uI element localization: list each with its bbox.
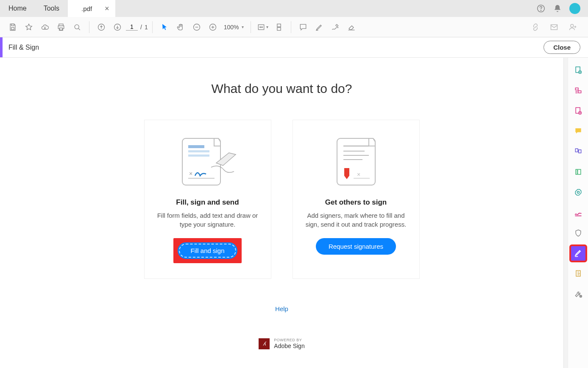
user-avatar[interactable] bbox=[569, 3, 580, 14]
svg-rect-3 bbox=[11, 27, 14, 29]
tab-bar: Home Tools .pdf × bbox=[0, 0, 588, 17]
tab-document[interactable]: .pdf × bbox=[68, 0, 115, 17]
powered-by: ʎ POWERED BY Adobe Sign bbox=[0, 338, 563, 350]
tools-rail bbox=[568, 58, 588, 368]
rail-combine-icon[interactable] bbox=[570, 82, 586, 98]
card-fill-title: Fill, sign and send bbox=[176, 198, 239, 207]
rail-edit-pdf-icon[interactable] bbox=[570, 103, 586, 119]
card-request-title: Get others to sign bbox=[325, 198, 387, 207]
request-sign-illustration: × bbox=[320, 131, 392, 191]
page-total: 1 bbox=[145, 24, 148, 31]
scrollbar[interactable] bbox=[563, 58, 568, 368]
rail-comment-icon[interactable] bbox=[570, 123, 586, 139]
page-separator: / bbox=[140, 24, 142, 31]
cloud-icon[interactable] bbox=[37, 20, 53, 35]
rail-redact-icon[interactable] bbox=[570, 184, 586, 200]
page-down-icon[interactable] bbox=[110, 20, 125, 35]
fill-sign-illustration: × bbox=[172, 131, 244, 191]
page-indicator: / 1 bbox=[126, 23, 148, 31]
erase-icon[interactable] bbox=[344, 20, 359, 35]
tool-accent-bar bbox=[0, 37, 3, 57]
svg-point-6 bbox=[75, 25, 79, 29]
save-icon[interactable] bbox=[5, 20, 20, 35]
highlight-fill-button: Fill and sign bbox=[173, 238, 241, 263]
svg-point-15 bbox=[571, 24, 574, 27]
add-person-icon[interactable] bbox=[565, 20, 580, 35]
tab-document-label: .pdf bbox=[81, 5, 92, 12]
card-fill-sign: × Fill, sign and send Fill form fields, … bbox=[144, 120, 271, 279]
tab-home[interactable]: Home bbox=[0, 0, 35, 17]
help-icon[interactable] bbox=[536, 4, 546, 13]
tab-tools[interactable]: Tools bbox=[35, 0, 68, 17]
fit-width-icon[interactable]: ▾ bbox=[255, 20, 270, 35]
rail-compress-icon[interactable] bbox=[570, 164, 586, 180]
print-icon[interactable] bbox=[53, 20, 69, 35]
chevron-down-icon: ▾ bbox=[242, 25, 244, 29]
powered-brand: Adobe Sign bbox=[274, 343, 304, 349]
request-signatures-button[interactable]: Request signatures bbox=[316, 238, 396, 255]
zoom-value: 100% bbox=[224, 24, 239, 31]
rail-organize-icon[interactable] bbox=[570, 143, 586, 160]
svg-rect-13 bbox=[277, 27, 280, 30]
svg-rect-32 bbox=[578, 91, 581, 93]
rail-more-tools-icon[interactable] bbox=[570, 286, 586, 302]
highlight-icon[interactable] bbox=[312, 20, 327, 35]
svg-rect-31 bbox=[575, 88, 578, 90]
fill-and-sign-button[interactable]: Fill and sign bbox=[178, 242, 237, 259]
adobe-sign-badge-icon: ʎ bbox=[259, 338, 270, 349]
zoom-in-icon[interactable] bbox=[205, 20, 220, 35]
zoom-dropdown[interactable]: 100% ▾ bbox=[221, 24, 246, 31]
help-link[interactable]: Help bbox=[0, 305, 563, 312]
svg-point-1 bbox=[541, 10, 541, 11]
svg-rect-18 bbox=[188, 150, 209, 152]
svg-rect-5 bbox=[60, 28, 63, 30]
powered-label: POWERED BY bbox=[274, 338, 304, 342]
card-fill-desc: Fill form fields, add text and draw or t… bbox=[153, 211, 262, 229]
hand-icon[interactable] bbox=[173, 20, 188, 35]
email-icon[interactable] bbox=[546, 20, 562, 35]
notifications-icon[interactable] bbox=[553, 4, 562, 13]
search-icon[interactable] bbox=[70, 20, 85, 35]
tab-close-icon[interactable]: × bbox=[105, 4, 109, 13]
content-area: What do you want to do? × bbox=[0, 58, 563, 368]
draw-icon[interactable] bbox=[328, 20, 343, 35]
svg-rect-12 bbox=[277, 24, 280, 27]
rail-export-icon[interactable] bbox=[570, 266, 586, 282]
svg-point-38 bbox=[577, 191, 579, 194]
close-button[interactable]: Close bbox=[543, 41, 580, 54]
scroll-mode-icon[interactable] bbox=[271, 20, 287, 35]
pointer-icon[interactable] bbox=[157, 20, 172, 35]
star-icon[interactable] bbox=[21, 20, 36, 35]
svg-rect-2 bbox=[11, 24, 14, 25]
rail-protect-icon[interactable] bbox=[570, 225, 586, 241]
tool-title: Fill & Sign bbox=[8, 44, 39, 51]
comment-icon[interactable] bbox=[295, 20, 311, 35]
page-up-icon[interactable] bbox=[94, 20, 109, 35]
link-icon[interactable] bbox=[528, 20, 543, 35]
main-toolbar: / 1 100% ▾ ▾ bbox=[0, 17, 588, 37]
zoom-out-icon[interactable] bbox=[189, 20, 204, 35]
svg-rect-17 bbox=[188, 145, 204, 148]
svg-text:×: × bbox=[189, 170, 192, 177]
rail-fill-sign-icon[interactable] bbox=[570, 245, 586, 261]
svg-text:×: × bbox=[357, 171, 360, 178]
svg-rect-36 bbox=[578, 150, 581, 153]
rail-create-pdf-icon[interactable] bbox=[570, 62, 586, 78]
svg-rect-19 bbox=[188, 155, 209, 157]
rail-sign-icon[interactable] bbox=[570, 205, 586, 221]
card-request-sign: × Get others to sign Add signers, mark w… bbox=[293, 120, 420, 279]
page-heading: What do you want to do? bbox=[0, 81, 563, 96]
page-number-input[interactable] bbox=[126, 23, 138, 31]
svg-rect-35 bbox=[575, 149, 578, 152]
tool-header: Fill & Sign Close bbox=[0, 37, 588, 58]
card-request-desc: Add signers, mark where to fill and sign… bbox=[301, 211, 411, 229]
